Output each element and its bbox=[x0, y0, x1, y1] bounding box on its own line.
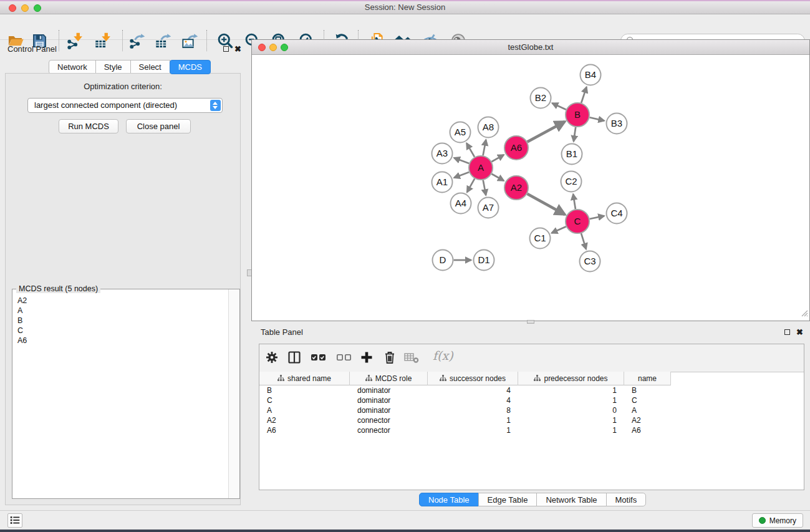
graph-edge-A6-B[interactable] bbox=[528, 122, 565, 142]
delete-table-button[interactable] bbox=[403, 349, 420, 367]
graph-node-C4[interactable]: C4 bbox=[607, 203, 627, 224]
graph-node-C3[interactable]: C3 bbox=[580, 251, 600, 272]
graph-edge-A-A8[interactable] bbox=[483, 140, 486, 155]
graph-node-A5[interactable]: A5 bbox=[450, 122, 471, 143]
graph-node-A6[interactable]: A6 bbox=[504, 136, 528, 160]
table-cell[interactable]: A2 bbox=[259, 415, 350, 425]
table-cell[interactable]: A6 bbox=[624, 425, 671, 435]
graph-node-A8[interactable]: A8 bbox=[478, 117, 499, 138]
graph-node-A3[interactable]: A3 bbox=[432, 143, 453, 164]
table-cell[interactable]: 4 bbox=[428, 395, 518, 405]
table-cell[interactable]: C bbox=[259, 395, 350, 405]
table-cell[interactable]: 1 bbox=[428, 425, 518, 435]
table-cell[interactable]: 1 bbox=[518, 415, 624, 425]
table-options-button[interactable] bbox=[263, 349, 281, 367]
table-cell[interactable]: A bbox=[259, 405, 350, 415]
table-cell[interactable]: 1 bbox=[428, 415, 518, 425]
close-panel-button[interactable]: Close panel bbox=[126, 119, 191, 133]
graph-node-A1[interactable]: A1 bbox=[432, 172, 453, 193]
table-row[interactable]: A6connector11A6 bbox=[259, 425, 804, 435]
graph-node-B3[interactable]: B3 bbox=[607, 114, 627, 134]
task-history-button[interactable] bbox=[7, 513, 22, 528]
mcds-result-item[interactable]: A6 bbox=[17, 336, 228, 346]
table-cell[interactable]: 0 bbox=[518, 405, 624, 415]
tab-network[interactable]: Network bbox=[49, 60, 96, 74]
graph-node-B4[interactable]: B4 bbox=[581, 65, 601, 85]
window-resize-grip[interactable] bbox=[800, 308, 808, 319]
graph-edge-A-A3[interactable] bbox=[454, 158, 469, 163]
show-columns-button[interactable] bbox=[286, 349, 303, 367]
table-row[interactable]: Adominator80A bbox=[259, 405, 804, 415]
mcds-result-item[interactable]: B bbox=[17, 316, 228, 326]
table-row[interactable]: A2connector11A2 bbox=[259, 415, 804, 425]
graph-node-A7[interactable]: A7 bbox=[478, 198, 499, 218]
graph-edge-C-C2[interactable] bbox=[573, 194, 576, 209]
column-header-successor-nodes[interactable]: successor nodes bbox=[428, 372, 518, 385]
graph-edge-B-B1[interactable] bbox=[574, 127, 576, 142]
memory-button[interactable]: Memory bbox=[752, 513, 803, 528]
result-scrollbar[interactable] bbox=[228, 289, 239, 498]
delete-columns-button[interactable] bbox=[381, 349, 398, 367]
export-network-button[interactable] bbox=[128, 31, 147, 50]
select-all-button[interactable] bbox=[310, 349, 327, 367]
column-header-shared-name[interactable]: shared name bbox=[259, 372, 350, 385]
graph-node-B[interactable]: B bbox=[566, 103, 589, 127]
table-cell[interactable]: 8 bbox=[428, 405, 518, 415]
graph-node-D1[interactable]: D1 bbox=[474, 250, 494, 271]
table-cell[interactable]: C bbox=[624, 395, 671, 405]
export-table-button[interactable] bbox=[154, 31, 173, 50]
mcds-result-item[interactable]: A bbox=[17, 306, 228, 316]
graph-edge-B-B3[interactable] bbox=[590, 117, 605, 120]
graph-edge-B-B2[interactable] bbox=[552, 104, 566, 110]
add-column-button[interactable] bbox=[358, 349, 375, 367]
graph-node-C2[interactable]: C2 bbox=[561, 172, 582, 192]
run-mcds-button[interactable]: Run MCDS bbox=[59, 119, 118, 133]
column-header-predecessor-nodes[interactable]: predecessor nodes bbox=[518, 372, 624, 385]
tab-mcds[interactable]: MCDS bbox=[170, 60, 211, 74]
table-panel-float-button[interactable] bbox=[784, 329, 790, 335]
graph-node-D[interactable]: D bbox=[433, 250, 453, 271]
graph-node-A4[interactable]: A4 bbox=[451, 193, 471, 214]
graph-node-A2[interactable]: A2 bbox=[504, 176, 528, 200]
graph-edge-B-B4[interactable] bbox=[581, 87, 586, 104]
table-cell[interactable]: B bbox=[259, 385, 350, 395]
tab-network-table[interactable]: Network Table bbox=[536, 493, 606, 506]
table-cell[interactable]: B bbox=[624, 385, 671, 395]
export-image-button[interactable] bbox=[181, 31, 200, 50]
table-cell[interactable]: connector bbox=[350, 415, 428, 425]
table-cell[interactable]: 4 bbox=[428, 385, 518, 395]
graph-edge-A-A4[interactable] bbox=[467, 178, 475, 192]
tab-node-table[interactable]: Node Table bbox=[419, 493, 479, 506]
graph-edge-A2-C[interactable] bbox=[528, 194, 565, 215]
graph-edge-C-C4[interactable] bbox=[590, 216, 604, 219]
mcds-result-item[interactable]: C bbox=[17, 326, 228, 336]
graph-node-C[interactable]: C bbox=[566, 210, 589, 233]
table-cell[interactable]: A2 bbox=[624, 415, 671, 425]
graph-node-A[interactable]: A bbox=[469, 156, 493, 180]
table-cell[interactable]: 1 bbox=[518, 425, 624, 435]
import-network-button[interactable] bbox=[65, 31, 84, 50]
import-table-button[interactable] bbox=[94, 31, 112, 50]
table-panel-close-button[interactable]: ✖ bbox=[796, 328, 803, 336]
graph-edge-C-C3[interactable] bbox=[581, 233, 586, 249]
graph-node-B2[interactable]: B2 bbox=[531, 88, 551, 109]
table-cell[interactable]: 1 bbox=[518, 385, 624, 395]
table-cell[interactable]: connector bbox=[350, 425, 428, 435]
table-cell[interactable]: A6 bbox=[259, 425, 350, 435]
tab-motifs[interactable]: Motifs bbox=[606, 493, 647, 506]
criterion-select[interactable]: largest connected component (directed) bbox=[27, 98, 223, 113]
graph-edge-A-A7[interactable] bbox=[483, 180, 486, 195]
table-row[interactable]: Bdominator41B bbox=[259, 385, 804, 395]
horizontal-splitter-handle[interactable] bbox=[527, 320, 534, 324]
equation-builder-button[interactable]: f(x) bbox=[433, 349, 453, 362]
network-canvas[interactable]: B4B2BB3A8A5A6A3B1AC2A1A2A4A7C4CC1DD1C3 bbox=[252, 55, 809, 321]
deselect-all-button[interactable] bbox=[335, 349, 353, 367]
mcds-result-item[interactable]: A2 bbox=[17, 296, 228, 306]
graph-edge-A-A1[interactable] bbox=[454, 172, 469, 178]
graph-node-B1[interactable]: B1 bbox=[562, 144, 582, 165]
tab-select[interactable]: Select bbox=[130, 60, 170, 74]
graph-edge-A-A2[interactable] bbox=[491, 174, 504, 181]
graph-node-C1[interactable]: C1 bbox=[530, 228, 551, 249]
tab-style[interactable]: Style bbox=[95, 60, 131, 74]
table-cell[interactable]: dominator bbox=[350, 405, 428, 415]
